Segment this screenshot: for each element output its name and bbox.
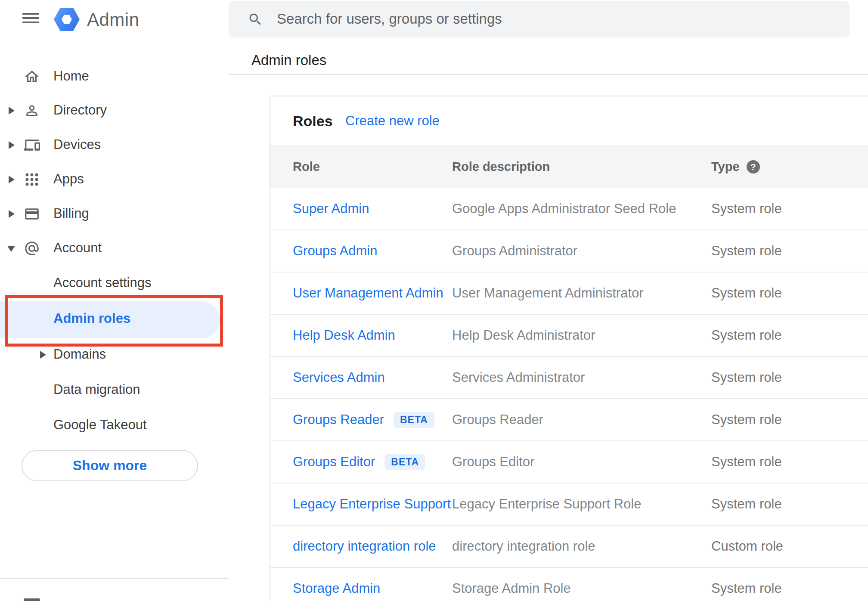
beta-badge: BETA (384, 454, 425, 470)
show-more-button[interactable]: Show more (22, 450, 198, 481)
chevron-down-icon[interactable] (7, 246, 15, 252)
role-description-cell: Groups Editor (452, 441, 534, 483)
sidebar-item-account-settings[interactable]: Account settings (0, 266, 229, 301)
role-description: Groups Editor (452, 454, 534, 470)
admin-console-screen: Admin HomeDirectoryDevicesAppsBillingAcc… (0, 0, 868, 601)
role-type: System role (711, 454, 782, 470)
role-type-cell: System role (711, 230, 782, 272)
table-row: Groups EditorBETAGroups EditorSystem rol… (270, 441, 868, 483)
person-icon (24, 102, 40, 119)
table-row: Legacy Enterprise SupportLegacy Enterpri… (270, 483, 868, 526)
credit-card-icon (24, 206, 40, 222)
role-type: System role (711, 412, 782, 428)
role-description-cell: Storage Admin Role (452, 568, 571, 601)
table-row: Groups ReaderBETAGroups ReaderSystem rol… (270, 399, 868, 441)
role-link[interactable]: Groups Editor (293, 454, 375, 470)
chevron-right-icon[interactable] (9, 210, 15, 218)
table-header-row: Role Role description Type ? (270, 146, 868, 188)
beta-badge: BETA (394, 412, 434, 428)
role-description-cell: Services Administrator (452, 357, 585, 398)
role-link[interactable]: directory integration role (293, 539, 436, 554)
role-description: User Management Administrator (452, 285, 644, 301)
search-icon (248, 12, 263, 27)
role-type-cell: System role (711, 273, 782, 314)
role-description: Storage Admin Role (452, 581, 571, 596)
home-icon (24, 68, 40, 85)
role-type-cell: System role (711, 357, 782, 398)
header-divider (229, 74, 868, 75)
role-description: Help Desk Administrator (452, 328, 595, 343)
role-type-cell: System role (711, 399, 782, 440)
sidebar-item-label: Account settings (53, 275, 151, 291)
sidebar-item-billing[interactable]: Billing (0, 196, 229, 232)
search-input[interactable]: Search for users, groups or settings (229, 1, 849, 37)
devices-icon (24, 137, 40, 153)
sidebar-item-account[interactable]: Account (0, 231, 229, 266)
role-type-cell: System role (711, 568, 782, 601)
role-link[interactable]: Super Admin (293, 201, 369, 217)
sidebar-item-label: Billing (53, 206, 89, 221)
chevron-right-icon[interactable] (9, 141, 15, 149)
role-description-cell: Google Apps Administrator Seed Role (452, 188, 676, 229)
column-header-type: Type ? (711, 146, 760, 188)
sidebar-item-home[interactable]: Home (0, 59, 229, 94)
role-link[interactable]: Legacy Enterprise Support (293, 496, 451, 512)
table-row: Super AdminGoogle Apps Administrator See… (270, 188, 868, 230)
apps-grid-icon (24, 171, 40, 188)
role-description: Groups Reader (452, 412, 543, 428)
chevron-right-icon[interactable] (40, 351, 46, 359)
role-type: System role (711, 370, 782, 385)
role-description-cell: directory integration role (452, 526, 595, 567)
role-link[interactable]: Storage Admin (293, 581, 380, 596)
role-type-cell: System role (711, 441, 782, 483)
table-row: Help Desk AdminHelp Desk AdministratorSy… (270, 315, 868, 357)
role-type-cell: System role (711, 188, 782, 229)
role-type: System role (711, 328, 782, 343)
sidebar-item-apps[interactable]: Apps (0, 162, 229, 197)
role-link[interactable]: Help Desk Admin (293, 328, 395, 343)
sidebar-divider (0, 578, 229, 579)
sidebar-item-label: Apps (53, 171, 84, 187)
sidebar-item-label: Data migration (53, 382, 140, 397)
chevron-right-icon[interactable] (9, 107, 15, 115)
sidebar-item-google-takeout[interactable]: Google Takeout (0, 408, 229, 443)
role-description-cell: Groups Administrator (452, 230, 577, 272)
sidebar-item-data-migration[interactable]: Data migration (0, 372, 229, 408)
brand-title: Admin (87, 9, 140, 30)
role-type-cell: System role (711, 315, 782, 356)
sidebar-item-label: Domains (53, 347, 106, 362)
role-cell: Legacy Enterprise Support (293, 483, 451, 525)
role-description-cell: Help Desk Administrator (452, 315, 595, 356)
role-description: Services Administrator (452, 370, 585, 385)
role-description-cell: Legacy Enterprise Support Role (452, 483, 641, 525)
table-row: directory integration roledirectory inte… (270, 526, 868, 568)
role-description: Google Apps Administrator Seed Role (452, 201, 676, 217)
sidebar-item-domains[interactable]: Domains (0, 337, 229, 372)
table-row: Storage AdminStorage Admin RoleSystem ro… (270, 568, 868, 601)
role-link[interactable]: Services Admin (293, 370, 385, 385)
role-type-cell: System role (711, 483, 782, 525)
chevron-right-icon[interactable] (9, 176, 15, 183)
sidebar-item-admin-roles[interactable]: Admin roles (0, 301, 229, 337)
table-row: Services AdminServices AdministratorSyst… (270, 357, 868, 399)
role-link[interactable]: User Management Admin (293, 285, 443, 301)
sidebar-item-label: Home (53, 68, 89, 84)
sidebar: Admin HomeDirectoryDevicesAppsBillingAcc… (0, 0, 229, 601)
sidebar-item-devices[interactable]: Devices (0, 127, 229, 163)
role-type: System role (711, 581, 782, 596)
sidebar-item-directory[interactable]: Directory (0, 93, 229, 128)
create-new-role-link[interactable]: Create new role (345, 113, 440, 129)
role-description: Groups Administrator (452, 243, 577, 259)
role-type: Custom role (711, 539, 783, 554)
breadcrumb: Admin roles (251, 52, 326, 68)
role-description-cell: Groups Reader (452, 399, 543, 440)
hamburger-menu-icon[interactable] (22, 13, 39, 23)
search-placeholder: Search for users, groups or settings (277, 11, 502, 27)
role-type: System role (711, 243, 782, 259)
role-link[interactable]: Groups Reader (293, 412, 384, 428)
help-icon[interactable]: ? (747, 160, 760, 173)
role-link[interactable]: Groups Admin (293, 243, 377, 259)
column-header-description: Role description (452, 146, 550, 188)
role-cell: Groups Admin (293, 230, 377, 272)
table-row: Groups AdminGroups AdministratorSystem r… (270, 230, 868, 273)
